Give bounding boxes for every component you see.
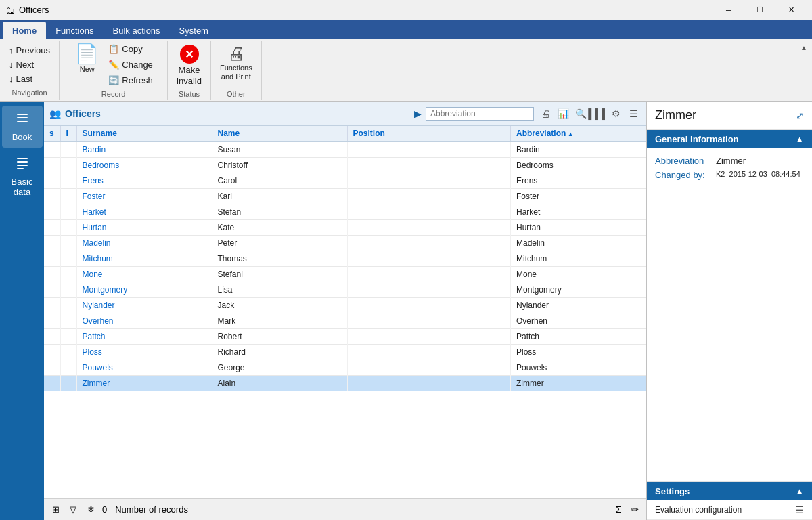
table-row[interactable]: PouwelsGeorgePouwels xyxy=(44,360,646,376)
cell-position xyxy=(347,204,511,220)
col-header-surname[interactable]: Surname xyxy=(76,126,212,142)
cell-i xyxy=(60,158,76,173)
table-row[interactable]: MoneStefaniMone xyxy=(44,267,646,282)
search-input[interactable] xyxy=(426,107,534,121)
changed-by-row: Changed by: K2 2015-12-03 08:44:54 xyxy=(655,168,804,182)
table-row[interactable]: BedroomsChristoffBedrooms xyxy=(44,158,646,173)
last-button[interactable]: ↓ Last xyxy=(5,72,53,86)
cell-position xyxy=(347,313,511,329)
cell-surname: Erens xyxy=(76,173,212,189)
copy-button[interactable]: 📋 Copy xyxy=(105,42,156,56)
chart-toolbar-icon[interactable]: 📊 xyxy=(556,106,570,121)
cell-surname: Pouwels xyxy=(76,360,212,376)
settings-section: Settings ▲ Evaluation configuration ☰ xyxy=(647,481,812,520)
cell-name: Carol xyxy=(212,173,347,189)
table-row[interactable]: BardinSusanBardin xyxy=(44,142,646,158)
cell-surname: Bedrooms xyxy=(76,158,212,173)
new-button[interactable]: 📄 New xyxy=(70,42,104,77)
nav-forward-icon[interactable]: ▶ xyxy=(414,108,422,119)
functions-print-button[interactable]: 🖨 Functionsand Print xyxy=(215,42,257,84)
general-info-content: Abbreviation Zimmer Changed by: K2 2015-… xyxy=(647,148,812,188)
svg-rect-3 xyxy=(17,158,28,159)
eval-config-row[interactable]: Evaluation configuration ☰ xyxy=(647,500,812,520)
cell-name: Karl xyxy=(212,189,347,204)
tab-functions[interactable]: Functions xyxy=(46,22,103,39)
cell-abbreviation: Madelin xyxy=(511,236,646,251)
ribbon: ↑ Previous ↓ Next ↓ Last Navigation 📄 Ne… xyxy=(0,39,812,102)
cell-surname: Harket xyxy=(76,204,212,220)
eval-config-menu-icon[interactable]: ☰ xyxy=(795,504,804,515)
svg-rect-2 xyxy=(17,121,28,122)
next-icon: ↓ xyxy=(9,60,14,70)
table-row[interactable]: MontgomeryLisaMontgomery xyxy=(44,282,646,298)
table-row[interactable]: OverhenMarkOverhen xyxy=(44,313,646,329)
cell-s xyxy=(44,204,60,220)
right-panel-title: Zimmer ⤢ xyxy=(647,102,812,130)
change-button[interactable]: ✏️ Change xyxy=(105,58,156,72)
records-label: Number of records xyxy=(115,504,188,515)
table-row[interactable]: MadelinPeterMadelin xyxy=(44,236,646,251)
collapse-general-icon: ▲ xyxy=(795,134,804,144)
cell-s xyxy=(44,251,60,267)
sidebar-item-book[interactable]: Book xyxy=(2,106,43,148)
print-toolbar-icon[interactable]: 🖨 xyxy=(538,106,553,121)
cell-abbreviation: Mitchum xyxy=(511,251,646,267)
col-header-position[interactable]: Position xyxy=(347,126,511,142)
make-invalid-button[interactable]: ✕ Makeinvalid xyxy=(172,42,206,89)
cell-s xyxy=(44,282,60,298)
tab-system[interactable]: System xyxy=(170,22,218,39)
tab-bulk-actions[interactable]: Bulk actions xyxy=(104,22,170,39)
col-header-i[interactable]: I xyxy=(60,126,76,142)
print-icon: 🖨 xyxy=(227,45,245,62)
settings-toolbar-icon[interactable]: ⚙ xyxy=(608,106,623,121)
cell-i xyxy=(60,220,76,236)
next-button[interactable]: ↓ Next xyxy=(5,58,53,72)
table-row[interactable]: PattchRobertPattch xyxy=(44,329,646,345)
filter-toolbar-icon[interactable]: 🔍 xyxy=(573,106,588,121)
col-header-s[interactable]: s xyxy=(44,126,60,142)
cell-position xyxy=(347,158,511,173)
cell-abbreviation: Montgomery xyxy=(511,282,646,298)
sidebar-label-book: Book xyxy=(12,132,32,142)
ribbon-tabs: Home Functions Bulk actions System xyxy=(0,20,812,39)
col-header-name[interactable]: Name xyxy=(212,126,347,142)
cell-i xyxy=(60,329,76,345)
previous-button[interactable]: ↑ Previous xyxy=(5,43,53,58)
table-row[interactable]: ErensCarolErens xyxy=(44,173,646,189)
refresh-button[interactable]: 🔄 Refresh xyxy=(105,73,156,87)
barcode-toolbar-icon[interactable]: ▌▌▌ xyxy=(591,106,606,121)
cell-surname: Ploss xyxy=(76,345,212,360)
cell-name: Kate xyxy=(212,220,347,236)
table-row[interactable]: FosterKarlFoster xyxy=(44,189,646,204)
officers-table-container[interactable]: s I Surname Name Position Abbreviation B… xyxy=(44,126,646,498)
tab-home[interactable]: Home xyxy=(3,22,46,39)
cell-position xyxy=(347,345,511,360)
cell-s xyxy=(44,236,60,251)
snowflake-icon[interactable]: ❄ xyxy=(85,504,97,516)
filter-count: 0 xyxy=(102,504,107,515)
collapse-ribbon-button[interactable]: ▲ xyxy=(798,42,809,53)
cell-s xyxy=(44,173,60,189)
table-row[interactable]: PlossRichardPloss xyxy=(44,345,646,360)
general-info-header[interactable]: General information ▲ xyxy=(647,130,812,148)
cell-i xyxy=(60,251,76,267)
cell-abbreviation: Ploss xyxy=(511,345,646,360)
layout-icon[interactable]: ⊞ xyxy=(49,504,62,516)
filter-status-icon[interactable]: ▽ xyxy=(67,504,79,516)
sum-icon[interactable]: Σ xyxy=(612,504,625,516)
invalid-icon: ✕ xyxy=(180,45,199,64)
table-row[interactable]: HarketStefanHarket xyxy=(44,204,646,220)
maximize-button[interactable]: ☐ xyxy=(744,0,775,20)
expand-panel-icon[interactable]: ⤢ xyxy=(796,110,804,121)
close-button[interactable]: ✕ xyxy=(775,0,807,20)
table-row[interactable]: ZimmerAlainZimmer xyxy=(44,376,646,391)
table-row[interactable]: MitchumThomasMitchum xyxy=(44,251,646,267)
table-row[interactable]: HurtanKateHurtan xyxy=(44,220,646,236)
table-row[interactable]: NylanderJackNylander xyxy=(44,298,646,313)
minimize-button[interactable]: ─ xyxy=(713,0,744,20)
edit-status-icon[interactable]: ✏ xyxy=(629,504,641,516)
menu-toolbar-icon[interactable]: ☰ xyxy=(626,106,641,121)
sidebar-item-basic-data[interactable]: Basic data xyxy=(2,150,43,202)
col-header-abbreviation[interactable]: Abbreviation xyxy=(511,126,646,142)
settings-header[interactable]: Settings ▲ xyxy=(647,482,812,500)
